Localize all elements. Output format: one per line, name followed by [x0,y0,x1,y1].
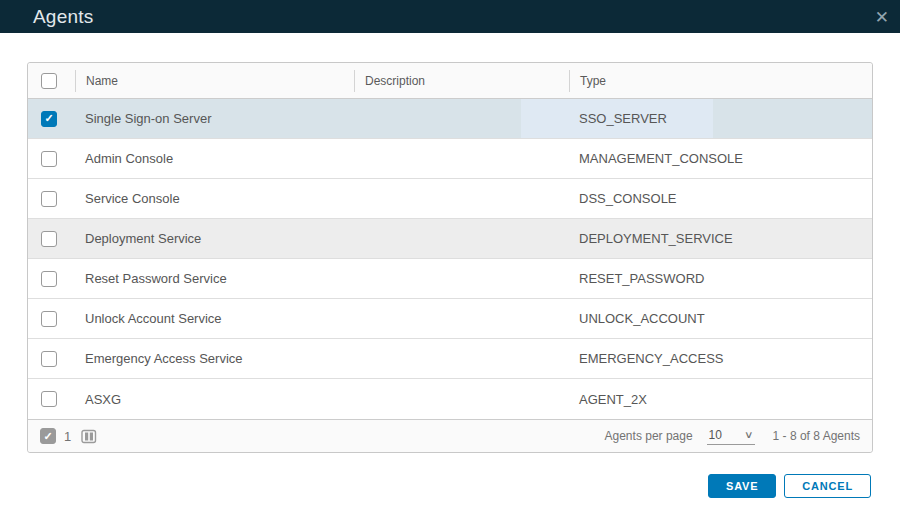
pagination-range: 1 - 8 of 8 Agents [773,429,860,443]
row-checkbox[interactable]: ✓ [41,271,57,287]
cell-name: Admin Console [75,151,354,166]
table-row[interactable]: ✓ Reset Password Service RESET_PASSWORD [28,259,872,299]
row-checkbox-cell: ✓ [28,111,75,127]
column-header-type[interactable]: Type [569,70,872,92]
cell-type: EMERGENCY_ACCESS [569,351,872,366]
row-checkbox-cell: ✓ [28,391,75,407]
select-all-cell: ✓ [28,73,75,89]
row-checkbox[interactable]: ✓ [41,351,57,367]
cell-name: Emergency Access Service [75,351,354,366]
per-page-label: Agents per page [605,429,693,443]
cancel-button[interactable]: CANCEL [784,474,871,498]
table-row[interactable]: ✓ Deployment Service DEPLOYMENT_SERVICE [28,219,872,259]
cell-name: Service Console [75,191,354,206]
datagrid-header-row: ✓ Name Description Type [28,63,872,99]
row-checkbox[interactable]: ✓ [41,151,57,167]
cell-name: Single Sign-on Server [75,111,354,126]
cell-type: DSS_CONSOLE [569,191,872,206]
table-row[interactable]: ✓ Unlock Account Service UNLOCK_ACCOUNT [28,299,872,339]
row-checkbox[interactable]: ✓ [41,111,57,127]
row-checkbox[interactable]: ✓ [41,311,57,327]
row-checkbox-cell: ✓ [28,311,75,327]
agents-datagrid: ✓ Name Description Type ✓ Single Sign-on… [27,62,873,453]
table-row[interactable]: ✓ Admin Console MANAGEMENT_CONSOLE [28,139,872,179]
checkmark-icon: ✓ [44,113,53,124]
row-checkbox[interactable]: ✓ [41,391,57,407]
cell-type: DEPLOYMENT_SERVICE [569,231,872,246]
column-header-description[interactable]: Description [354,70,569,92]
row-checkbox-cell: ✓ [28,231,75,247]
cell-type: MANAGEMENT_CONSOLE [569,151,872,166]
close-icon[interactable]: ✕ [875,8,889,25]
modal-header: Agents ✕ [0,0,900,33]
select-all-checkbox[interactable]: ✓ [41,73,57,89]
table-row[interactable]: ✓ Emergency Access Service EMERGENCY_ACC… [28,339,872,379]
row-checkbox-cell: ✓ [28,271,75,287]
modal-title: Agents [33,6,93,28]
modal-actions: SAVE CANCEL [708,474,871,498]
pagination-controls: Agents per page 10 ∨ 1 - 8 of 8 Agents [605,428,872,445]
footer-selected-checkbox-icon: ✓ [40,428,56,444]
cell-type: AGENT_2X [569,392,872,407]
row-checkbox-cell: ✓ [28,151,75,167]
per-page-select[interactable]: 10 ∨ [707,428,755,445]
table-row[interactable]: ✓ ASXG AGENT_2X [28,379,872,419]
selected-count: 1 [64,429,71,444]
cell-type: RESET_PASSWORD [569,271,872,286]
cell-type: UNLOCK_ACCOUNT [569,311,872,326]
cell-type: SSO_SERVER [569,111,872,126]
cell-name: ASXG [75,392,354,407]
datagrid-footer: ✓ 1 Agents per page 10 ∨ 1 - 8 of 8 Agen… [28,419,872,452]
checkmark-icon: ✓ [43,431,52,442]
row-checkbox-cell: ✓ [28,351,75,367]
chevron-down-icon: ∨ [744,429,754,440]
cell-name: Reset Password Service [75,271,354,286]
cell-name: Unlock Account Service [75,311,354,326]
column-toggle-icon[interactable] [81,429,97,444]
row-checkbox[interactable]: ✓ [41,231,57,247]
save-button[interactable]: SAVE [708,474,776,498]
datagrid-body: ✓ Single Sign-on Server SSO_SERVER ✓ Adm… [28,99,872,419]
per-page-value: 10 [709,428,722,442]
row-checkbox-cell: ✓ [28,191,75,207]
table-row[interactable]: ✓ Single Sign-on Server SSO_SERVER [28,99,872,139]
column-header-name[interactable]: Name [75,70,354,92]
row-checkbox[interactable]: ✓ [41,191,57,207]
table-row[interactable]: ✓ Service Console DSS_CONSOLE [28,179,872,219]
cell-name: Deployment Service [75,231,354,246]
